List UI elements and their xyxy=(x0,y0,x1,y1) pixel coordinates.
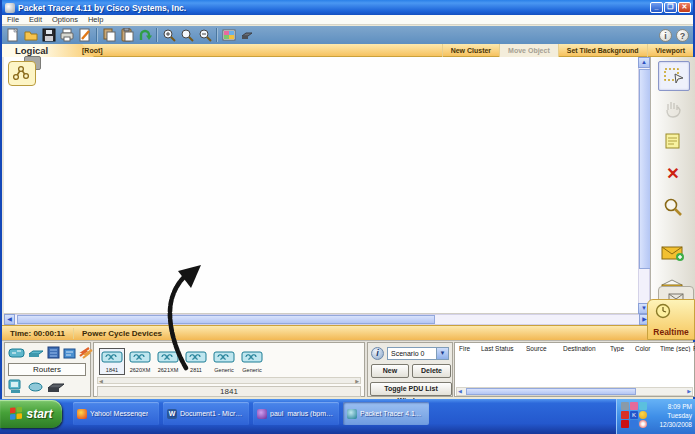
pdu-table-scrollbar[interactable]: ◀ ▶ xyxy=(456,387,693,396)
workspace-canvas[interactable] xyxy=(4,57,638,314)
col-destination[interactable]: Destination xyxy=(563,345,610,352)
viewport-button[interactable]: Viewport xyxy=(647,44,693,57)
col-last-status[interactable]: Last Status xyxy=(481,345,526,352)
taskbar-item-yahoo-messenger[interactable]: Yahoo! Messenger xyxy=(73,402,159,425)
custom-devices-icon[interactable] xyxy=(238,27,256,43)
wan-emulation-category-icon[interactable] xyxy=(28,381,43,392)
routers-category-icon[interactable] xyxy=(8,347,25,359)
open-file-icon[interactable] xyxy=(22,27,40,43)
power-cycle-devices-button[interactable]: Power Cycle Devices xyxy=(74,329,170,338)
scroll-up-arrow[interactable]: ▲ xyxy=(638,57,650,68)
print-icon[interactable] xyxy=(58,27,76,43)
help-icon[interactable]: ? xyxy=(676,29,689,42)
tray-icon-8[interactable] xyxy=(630,420,638,428)
canvas-horizontal-scrollbar[interactable]: ◀ ▶ xyxy=(4,314,650,325)
logical-workspace-icon[interactable] xyxy=(8,58,38,85)
save-icon[interactable] xyxy=(40,27,58,43)
scenario-info-icon[interactable]: i xyxy=(371,347,384,360)
new-file-icon[interactable] xyxy=(4,27,22,43)
tray-icon-6[interactable] xyxy=(639,411,647,419)
move-object-button[interactable]: Move Object xyxy=(499,44,558,57)
col-color[interactable]: Color xyxy=(635,345,660,352)
col-type[interactable]: Type xyxy=(610,345,635,352)
tool-sidebar: ✕ xyxy=(650,57,695,325)
title-bar[interactable]: Packet Tracer 4.11 by Cisco Systems, Inc… xyxy=(2,0,693,15)
move-layout-tool[interactable] xyxy=(658,94,688,122)
custom-devices-category-icon[interactable] xyxy=(46,380,66,394)
start-button[interactable]: start xyxy=(0,400,62,428)
inspect-tool[interactable] xyxy=(658,193,688,221)
device-model-1841[interactable]: 1841 xyxy=(99,348,125,375)
device-model-2620xm[interactable]: 2620XM xyxy=(127,348,153,375)
chevron-down-icon[interactable]: ▼ xyxy=(436,348,448,359)
delete-tool[interactable]: ✕ xyxy=(658,160,688,188)
tray-icon-7[interactable] xyxy=(621,420,629,428)
minimize-button[interactable]: _ xyxy=(650,2,663,13)
end-devices-category-icon[interactable] xyxy=(8,379,25,394)
tray-icon-2[interactable] xyxy=(630,402,638,410)
close-button[interactable]: ✕ xyxy=(678,2,691,13)
model-scroll-right-arrow[interactable]: ▶ xyxy=(355,378,359,384)
activity-wizard-icon[interactable] xyxy=(76,27,94,43)
drawing-palette-icon[interactable] xyxy=(220,27,238,43)
scenario-selected-value: Scenario 0 xyxy=(391,350,424,357)
canvas-vertical-scrollbar[interactable]: ▲ ▼ xyxy=(638,57,650,314)
zoom-out-icon[interactable] xyxy=(196,27,214,43)
device-model-box: 1841 2620XM 2621XM 2811 Generic xyxy=(93,342,365,397)
switches-category-icon[interactable] xyxy=(28,347,44,359)
tray-icon-5[interactable]: K xyxy=(630,411,638,419)
select-tool[interactable] xyxy=(658,61,690,91)
new-scenario-button[interactable]: New xyxy=(371,364,409,378)
connections-category-icon[interactable] xyxy=(79,346,93,359)
bottom-panel: Routers 1841 2620XM xyxy=(2,340,693,397)
undo-icon[interactable] xyxy=(136,27,154,43)
col-source[interactable]: Source xyxy=(526,345,563,352)
system-tray: K 8:09 PM Tuesday 12/30/2008 xyxy=(616,399,695,434)
device-model-2811[interactable]: 2811 xyxy=(183,348,209,375)
tray-icon-4[interactable] xyxy=(621,411,629,419)
wireless-category-icon[interactable] xyxy=(63,346,76,359)
device-model-2621xm[interactable]: 2621XM xyxy=(155,348,181,375)
selected-model-name: 1841 xyxy=(97,386,361,397)
realtime-label: Realtime xyxy=(648,327,694,337)
root-button[interactable]: [Root] xyxy=(78,44,107,57)
model-scroll-left-arrow[interactable]: ◀ xyxy=(99,378,103,384)
taskbar-item-chat-window[interactable]: paul_marius (bpm_0... xyxy=(253,402,339,425)
place-note-tool[interactable] xyxy=(658,127,688,155)
copy-icon[interactable] xyxy=(100,27,118,43)
tray-icon-3[interactable] xyxy=(639,402,647,410)
pdu-scroll-right-arrow[interactable]: ▶ xyxy=(687,388,691,394)
device-model-generic-1[interactable]: Generic xyxy=(211,348,237,375)
add-simple-pdu-tool[interactable] xyxy=(658,239,688,267)
col-time-sec[interactable]: Time (sec) xyxy=(660,345,693,352)
scroll-left-arrow[interactable]: ◀ xyxy=(4,314,15,325)
set-tiled-background-button[interactable]: Set Tiled Background xyxy=(558,44,647,57)
tray-icon-1[interactable] xyxy=(621,402,629,410)
menu-help[interactable]: Help xyxy=(83,15,108,24)
info-icon[interactable]: i xyxy=(659,29,672,42)
col-fire[interactable]: Fire xyxy=(455,345,481,352)
model-scrollbar[interactable]: ◀ ▶ xyxy=(97,377,361,384)
new-cluster-button[interactable]: New Cluster xyxy=(442,44,499,57)
app-icon xyxy=(5,3,15,13)
scenario-select[interactable]: Scenario 0 ▼ xyxy=(387,347,449,360)
menu-file[interactable]: File xyxy=(2,15,24,24)
maximize-button[interactable]: ❐ xyxy=(664,2,677,13)
taskbar-item-word-document[interactable]: W Document1 - Microsof... xyxy=(163,402,249,425)
menu-edit[interactable]: Edit xyxy=(24,15,47,24)
horizontal-scroll-thumb[interactable] xyxy=(17,315,435,324)
menu-options[interactable]: Options xyxy=(47,15,83,24)
delete-scenario-button[interactable]: Delete xyxy=(412,364,451,378)
zoom-reset-icon[interactable] xyxy=(178,27,196,43)
zoom-in-icon[interactable] xyxy=(160,27,178,43)
realtime-mode-tab[interactable]: Realtime xyxy=(647,299,695,340)
taskbar-item-packet-tracer[interactable]: Packet Tracer 4.11 b... xyxy=(343,402,429,425)
device-model-generic-2[interactable]: Generic xyxy=(239,348,265,375)
hubs-category-icon[interactable] xyxy=(47,346,60,359)
tray-icon-9[interactable] xyxy=(639,420,647,428)
taskbar-clock[interactable]: 8:09 PM Tuesday 12/30/2008 xyxy=(648,402,692,429)
paste-icon[interactable] xyxy=(118,27,136,43)
pdu-scroll-thumb[interactable] xyxy=(466,388,636,395)
toggle-pdu-list-button[interactable]: Toggle PDU List Window xyxy=(370,382,452,396)
pdu-scroll-left-arrow[interactable]: ◀ xyxy=(458,388,462,394)
